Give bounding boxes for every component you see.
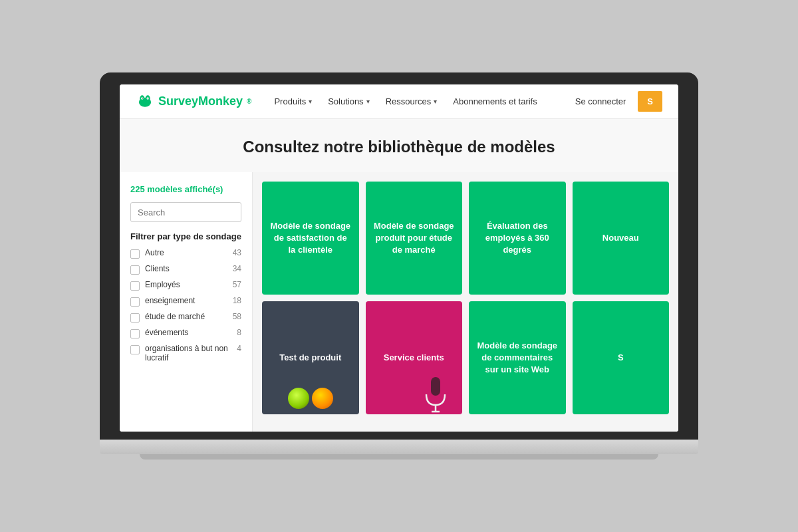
filter-checkbox[interactable] xyxy=(130,297,140,307)
template-card[interactable]: Modèle de sondage de satisfaction de la … xyxy=(262,182,359,295)
filter-label: Employés xyxy=(145,280,227,289)
filter-item: enseignement 18 xyxy=(130,296,241,307)
sidebar: 225 modèles affiché(s) 🔍 Filtrer par typ… xyxy=(120,172,253,432)
nav-menu: Produits ▾ Solutions ▾ Ressources ▾ Abon… xyxy=(267,92,552,110)
filter-label: Clients xyxy=(145,264,227,273)
laptop-base xyxy=(100,440,698,454)
filter-title: Filtrer par type de sondage xyxy=(130,231,241,241)
logo-icon xyxy=(136,94,154,110)
lime-icon xyxy=(288,388,309,409)
filter-checkbox[interactable] xyxy=(130,265,140,275)
microphone-icon xyxy=(422,374,449,414)
main-layout: 225 modèles affiché(s) 🔍 Filtrer par typ… xyxy=(120,172,678,432)
card-label: Nouveau xyxy=(602,232,639,244)
card-label: Modèle de sondage produit pour étude de … xyxy=(374,220,455,257)
nav-solutions[interactable]: Solutions ▾ xyxy=(321,92,376,110)
filter-item: événements 8 xyxy=(130,328,241,338)
chevron-down-icon: ▾ xyxy=(434,98,437,105)
filter-count: 34 xyxy=(233,264,241,273)
laptop-foot xyxy=(140,454,658,460)
filter-item: Employés 57 xyxy=(130,280,241,291)
filter-item: étude de marché 58 xyxy=(130,312,241,323)
chevron-down-icon: ▾ xyxy=(309,98,312,105)
filter-checkbox[interactable] xyxy=(130,249,140,259)
filter-label: enseignement xyxy=(145,296,227,305)
card-label: Test de produit xyxy=(279,352,341,364)
search-input[interactable] xyxy=(138,207,249,217)
navigation: SurveyMonkey ® Produits ▾ Solutions ▾ Re… xyxy=(120,84,678,119)
filter-item: Clients 34 xyxy=(130,264,241,275)
logo-text: SurveyMonkey xyxy=(158,94,243,108)
filter-checkbox[interactable] xyxy=(130,345,140,354)
card-fruits xyxy=(288,388,333,409)
template-card[interactable]: Test de produit xyxy=(262,301,359,414)
filter-count: 8 xyxy=(237,328,241,337)
logo[interactable]: SurveyMonkey ® xyxy=(136,94,251,110)
filter-count: 18 xyxy=(233,296,241,305)
nav-ressources[interactable]: Ressources ▾ xyxy=(379,92,444,110)
filter-item: Autre 43 xyxy=(130,248,241,259)
page-title: Consultez notre bibliothèque de modèles xyxy=(136,138,662,156)
orange-icon xyxy=(312,388,333,409)
filter-count: 57 xyxy=(233,280,241,289)
filter-count: 43 xyxy=(233,248,241,257)
card-label: S xyxy=(618,352,624,364)
template-card[interactable]: Évaluation des employés à 360 degrés xyxy=(469,182,566,295)
content-area: Modèle de sondage de satisfaction de la … xyxy=(253,172,678,432)
card-label: Évaluation des employés à 360 degrés xyxy=(477,220,558,257)
filter-label: événements xyxy=(145,328,231,337)
filter-checkbox[interactable] xyxy=(130,281,140,291)
card-label: Modèle de sondage de commentaires sur un… xyxy=(477,340,558,376)
template-card[interactable]: Nouveau xyxy=(573,182,670,295)
hero-section: Consultez notre bibliothèque de modèles xyxy=(120,119,678,172)
nav-produits[interactable]: Produits ▾ xyxy=(267,92,319,110)
nav-abonnements[interactable]: Abonnements et tarifs xyxy=(446,92,543,110)
browser-window: SurveyMonkey ® Produits ▾ Solutions ▾ Re… xyxy=(120,84,678,432)
nav-right: Se connecter S xyxy=(569,91,662,112)
filter-checkbox[interactable] xyxy=(130,329,140,338)
card-label: Modèle de sondage de satisfaction de la … xyxy=(270,220,351,257)
svg-rect-7 xyxy=(431,377,440,396)
filter-count: 58 xyxy=(233,312,241,321)
filter-label: Autre xyxy=(145,248,227,257)
template-card[interactable]: Modèle de sondage produit pour étude de … xyxy=(366,182,463,295)
chevron-down-icon: ▾ xyxy=(366,98,370,105)
svg-point-6 xyxy=(148,98,148,98)
filter-label: étude de marché xyxy=(145,312,227,321)
template-card[interactable]: S xyxy=(573,301,670,414)
filter-label: organisations à but non lucratif xyxy=(145,344,231,362)
template-grid: Modèle de sondage de satisfaction de la … xyxy=(262,182,669,414)
filter-checkbox[interactable] xyxy=(130,313,140,323)
login-button[interactable]: Se connecter xyxy=(569,92,633,110)
template-card[interactable]: Service clients xyxy=(366,301,463,414)
model-count: 225 modèles affiché(s) xyxy=(130,184,241,194)
search-box[interactable]: 🔍 xyxy=(130,202,241,222)
filter-item: organisations à but non lucratif 4 xyxy=(130,344,241,362)
filter-count: 4 xyxy=(237,344,241,353)
template-card[interactable]: Modèle de sondage de commentaires sur un… xyxy=(469,301,566,414)
screen-bezel: SurveyMonkey ® Produits ▾ Solutions ▾ Re… xyxy=(100,72,698,440)
svg-point-5 xyxy=(142,98,143,98)
laptop-frame: SurveyMonkey ® Produits ▾ Solutions ▾ Re… xyxy=(100,72,698,460)
filter-list: Autre 43 Clients 34 Employés 57 enseigne… xyxy=(130,248,241,362)
signup-button[interactable]: S xyxy=(638,91,662,112)
card-label: Service clients xyxy=(384,352,444,364)
